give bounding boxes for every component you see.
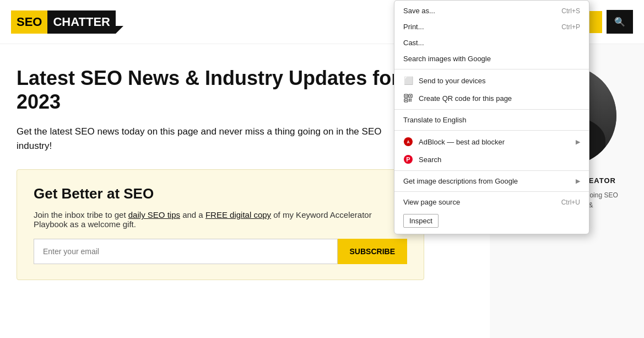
menu-item-print[interactable]: Print... Ctrl+P (394, 19, 589, 35)
adblock-icon: A (403, 137, 413, 147)
menu-item-translate[interactable]: Translate to English (394, 112, 589, 128)
menu-divider-1 (394, 69, 589, 69)
menu-item-send-devices-label: Send to your devices (419, 77, 580, 85)
svg-rect-5 (405, 100, 407, 101)
menu-item-adblock[interactable]: A AdBlock — best ad blocker ▶ (394, 133, 589, 151)
send-devices-icon: ⬜ (403, 76, 413, 85)
menu-item-save-as[interactable]: Save as... Ctrl+S (394, 3, 589, 19)
menu-item-search-images[interactable]: Search images with Google (394, 51, 589, 67)
page-title: Latest SEO News & Industry Updates for 2… (17, 66, 402, 114)
menu-item-image-desc-label: Get image descriptions from Google (403, 177, 570, 185)
email-desc-part2: and a (182, 210, 205, 219)
inspect-button[interactable]: Inspect (403, 214, 439, 228)
menu-item-cast-label: Cast... (403, 39, 580, 47)
search-button[interactable]: 🔍 (607, 10, 633, 34)
menu-item-pinterest-search[interactable]: P Search (394, 151, 589, 168)
svg-text:A: A (407, 140, 409, 144)
logo-seo: SEO (11, 10, 47, 34)
menu-item-search-images-label: Search images with Google (403, 55, 580, 63)
menu-item-create-qr[interactable]: Create QR code for this page (394, 89, 589, 107)
menu-item-image-desc[interactable]: Get image descriptions from Google ▶ (394, 173, 589, 189)
email-signup-box: Get Better at SEO Join the inbox tribe t… (17, 169, 424, 280)
menu-item-view-source-label: View page source (403, 198, 556, 206)
menu-item-send-devices[interactable]: ⬜ Send to your devices (394, 72, 589, 89)
free-digital-copy-link[interactable]: FREE digital copy (205, 210, 271, 219)
page-description: Get the latest SEO news today on this pa… (17, 125, 402, 153)
image-desc-submenu-arrow: ▶ (576, 178, 580, 185)
svg-rect-3 (405, 95, 407, 96)
svg-rect-7 (410, 99, 412, 100)
svg-rect-9 (410, 100, 412, 101)
menu-divider-4 (394, 170, 589, 171)
search-icon: 🔍 (614, 17, 625, 26)
context-menu: Save as... Ctrl+S Print... Ctrl+P Cast..… (394, 0, 589, 234)
logo-bubble (116, 26, 123, 34)
menu-item-save-as-label: Save as... (403, 7, 556, 15)
adblock-submenu-arrow: ▶ (576, 138, 580, 146)
logo[interactable]: SEO CHATTER (11, 10, 123, 34)
menu-divider-5 (394, 191, 589, 192)
svg-rect-8 (409, 100, 410, 101)
menu-item-inspect-row: Inspect (394, 210, 589, 232)
email-input[interactable] (34, 239, 338, 264)
menu-divider-3 (394, 130, 589, 131)
menu-item-translate-label: Translate to English (403, 116, 580, 124)
email-subscribe-button[interactable]: Subscribe (338, 239, 407, 264)
menu-item-print-shortcut: Ctrl+P (561, 23, 580, 31)
logo-chatter: CHATTER (47, 10, 115, 34)
email-desc-part1: Join the inbox tribe to get (34, 210, 128, 219)
email-box-description: Join the inbox tribe to get daily SEO ti… (34, 210, 407, 229)
email-box-title: Get Better at SEO (34, 185, 407, 202)
menu-item-view-source[interactable]: View page source Ctrl+U (394, 194, 589, 210)
daily-seo-tips-link[interactable]: daily SEO tips (128, 210, 180, 219)
menu-item-cast[interactable]: Cast... (394, 35, 589, 51)
pinterest-icon: P (403, 154, 413, 164)
menu-item-pinterest-search-label: Search (419, 155, 580, 164)
menu-item-create-qr-label: Create QR code for this page (419, 94, 580, 103)
menu-divider-2 (394, 109, 589, 110)
menu-item-print-label: Print... (403, 23, 556, 31)
menu-item-adblock-label: AdBlock — best ad blocker (419, 138, 570, 146)
email-form: Subscribe (34, 239, 407, 264)
qr-icon (403, 93, 413, 103)
menu-item-save-as-shortcut: Ctrl+S (561, 7, 580, 15)
menu-item-view-source-shortcut: Ctrl+U (561, 198, 580, 206)
svg-rect-4 (410, 95, 411, 96)
svg-rect-6 (409, 99, 410, 100)
